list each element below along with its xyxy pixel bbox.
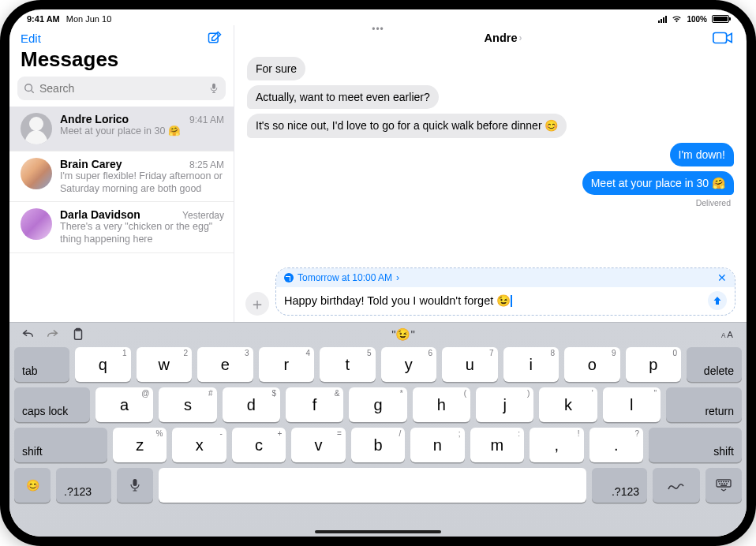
conversation-item[interactable]: Darla DavidsonYesterdayThere's a very "c… <box>9 202 234 252</box>
conversation-time: 9:41 AM <box>189 114 224 125</box>
conversation-name: Brain Carey <box>60 158 122 170</box>
compose-box[interactable]: Tomorrow at 10:00 AM › ✕ Happy birthday!… <box>275 267 735 316</box>
avatar <box>21 158 52 189</box>
key-k[interactable]: 'k <box>539 387 597 422</box>
key-y[interactable]: 6y <box>381 347 437 382</box>
handwriting-key[interactable] <box>653 468 700 503</box>
avatar <box>21 113 52 144</box>
outgoing-message-bubble[interactable]: Meet at your place in 30 🤗 <box>582 171 734 195</box>
dictation-key[interactable] <box>117 468 153 503</box>
emoji-key[interactable]: 😊 <box>14 468 51 503</box>
home-indicator[interactable] <box>315 530 441 533</box>
dismiss-keyboard-key[interactable] <box>705 468 742 503</box>
key-j[interactable]: )j <box>476 387 533 422</box>
key-l[interactable]: "l <box>603 387 661 422</box>
svg-rect-8 <box>133 479 137 486</box>
chat-title[interactable]: Andre › <box>485 32 522 44</box>
outgoing-message-bubble[interactable]: I'm down! <box>670 143 734 166</box>
keyboard-suggestion[interactable]: "😉" <box>391 327 415 342</box>
conversation-preview: Meet at your place in 30 🤗 <box>60 125 224 138</box>
key-v[interactable]: =v <box>291 428 345 462</box>
send-button[interactable] <box>708 291 727 310</box>
svg-point-1 <box>25 84 32 92</box>
send-later-banner[interactable]: Tomorrow at 10:00 AM › ✕ <box>276 268 735 287</box>
key-w[interactable]: 2w <box>137 347 193 382</box>
conversation-preview: I'm super flexible! Friday afternoon or … <box>60 170 224 195</box>
status-time: 9:41 AM <box>27 14 60 24</box>
chat-pane: Andre › For sureActually, want to meet e… <box>234 25 747 322</box>
conversation-time: Yesterday <box>182 210 224 221</box>
redo-icon[interactable] <box>46 327 60 342</box>
key-r[interactable]: 4r <box>259 347 315 382</box>
status-bar: 9:41 AM Mon Jun 10 100% <box>9 9 747 25</box>
compose-input[interactable]: Happy birthday! Told you I wouldn't forg… <box>284 294 703 308</box>
status-date: Mon Jun 10 <box>66 14 111 24</box>
key-tab[interactable]: tab <box>14 347 69 382</box>
text-format-icon[interactable]: AA <box>721 327 735 342</box>
key-e[interactable]: 3e <box>197 347 253 382</box>
undo-icon[interactable] <box>21 327 35 342</box>
conversation-time: 8:25 AM <box>189 159 224 170</box>
key-o[interactable]: 9o <box>564 347 620 382</box>
key-.?123[interactable]: .?123 <box>592 468 647 503</box>
key-z[interactable]: %z <box>113 428 167 462</box>
conversation-item[interactable]: Brain Carey8:25 AMI'm super flexible! Fr… <box>9 151 234 202</box>
incoming-message-bubble[interactable]: Actually, want to meet even earlier? <box>247 85 439 109</box>
cellular-signal-icon <box>658 16 667 23</box>
key-capslock[interactable]: caps lock <box>14 387 90 422</box>
key-.[interactable]: ?. <box>589 428 643 462</box>
send-later-label: Tomorrow at 10:00 AM <box>298 272 392 283</box>
svg-rect-3 <box>713 32 727 43</box>
sidebar-title: Messages <box>9 47 234 77</box>
search-input[interactable] <box>39 82 204 95</box>
conversation-name: Darla Davidson <box>60 208 140 221</box>
key-.?123[interactable]: .?123 <box>56 468 111 503</box>
conversation-sidebar: Edit Messages Andre Lorico9:41 AMMeet at… <box>9 25 234 322</box>
key-m[interactable]: :m <box>470 428 524 462</box>
compose-icon[interactable] <box>207 30 223 46</box>
key-shift[interactable]: shift <box>14 428 107 462</box>
attach-plus-button[interactable]: ＋ <box>245 292 269 316</box>
key-x[interactable]: -x <box>172 428 226 462</box>
search-bar[interactable] <box>17 77 226 100</box>
key-return[interactable]: return <box>666 387 742 422</box>
key-u[interactable]: 7u <box>442 347 498 382</box>
key-n[interactable]: ;n <box>410 428 464 462</box>
key-delete[interactable]: delete <box>687 347 742 382</box>
multitask-dots-icon[interactable]: ••• <box>372 24 384 35</box>
dictate-icon[interactable] <box>208 83 219 94</box>
send-later-close-icon[interactable]: ✕ <box>717 271 727 284</box>
key-h[interactable]: (h <box>413 387 470 422</box>
battery-percent: 100% <box>687 15 707 24</box>
key-t[interactable]: 5t <box>320 347 376 382</box>
facetime-icon[interactable] <box>712 30 734 46</box>
key-,[interactable]: !, <box>530 428 583 462</box>
key-c[interactable]: +c <box>232 428 286 462</box>
chevron-right-icon: › <box>518 32 522 43</box>
key-p[interactable]: 0p <box>626 347 682 382</box>
conversation-item[interactable]: Andre Lorico9:41 AMMeet at your place in… <box>9 107 234 151</box>
incoming-message-bubble[interactable]: For sure <box>247 57 305 80</box>
wifi-icon <box>672 16 682 23</box>
incoming-message-bubble[interactable]: It's so nice out, I'd love to go for a q… <box>247 114 567 137</box>
key-f[interactable]: &f <box>286 387 343 422</box>
key-b[interactable]: /b <box>351 428 405 462</box>
edit-button[interactable]: Edit <box>21 32 41 45</box>
key-q[interactable]: 1q <box>75 347 131 382</box>
key-a[interactable]: @a <box>95 387 153 422</box>
paste-icon[interactable] <box>71 327 85 342</box>
svg-rect-2 <box>212 84 215 89</box>
key-d[interactable]: $d <box>223 387 280 422</box>
on-screen-keyboard[interactable]: "😉" AA tab1q2w3e4r5t6y7u8i9o0pdeletecaps… <box>9 322 747 537</box>
key-g[interactable]: *g <box>349 387 406 422</box>
key-i[interactable]: 8i <box>503 347 560 382</box>
conversation-preview: There's a very "chicken or the egg" thin… <box>60 221 224 245</box>
delivered-label: Delivered <box>247 198 734 208</box>
space-key[interactable] <box>159 468 586 503</box>
search-icon <box>24 83 35 94</box>
battery-icon <box>712 15 729 23</box>
conversation-name: Andre Lorico <box>60 113 129 125</box>
chevron-right-icon: › <box>396 272 399 283</box>
key-s[interactable]: #s <box>159 387 216 422</box>
key-shift[interactable]: shift <box>649 428 742 462</box>
